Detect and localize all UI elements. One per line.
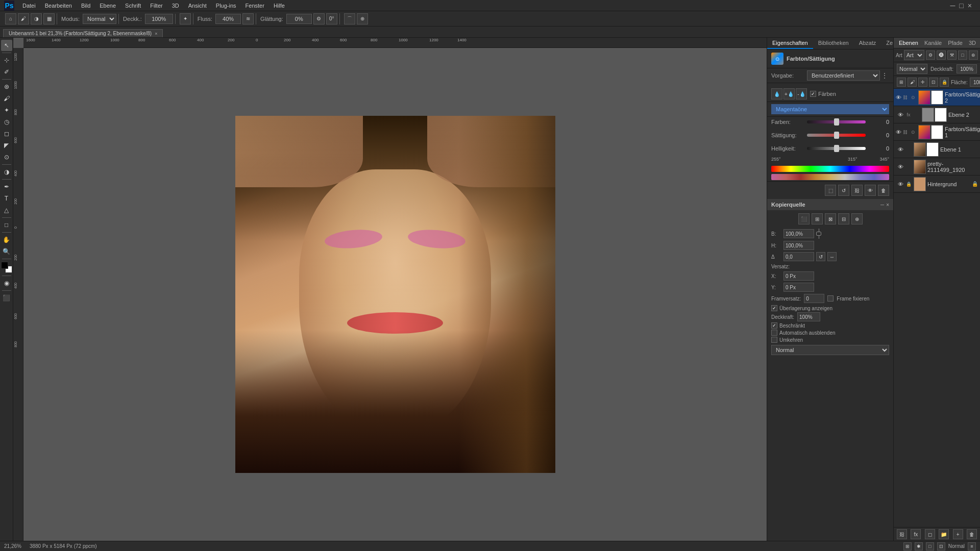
- lock-transp-btn[interactable]: ⊞: [897, 78, 906, 87]
- kopierquelle-close[interactable]: ×: [886, 202, 889, 208]
- auto-ausblend-checkbox[interactable]: [771, 330, 777, 336]
- menu-bearbeiten[interactable]: Bearbeiten: [41, 2, 76, 10]
- layer-fx-bottom-btn[interactable]: fx: [911, 529, 921, 539]
- color-channel-select[interactable]: Magentaöne: [771, 104, 889, 114]
- foreground-color[interactable]: [1, 262, 12, 273]
- status-icon4[interactable]: ⊡: [937, 542, 945, 550]
- menu-3d[interactable]: 3D: [168, 2, 183, 10]
- layer-filter-icon2[interactable]: 🅐: [937, 51, 946, 60]
- eyedropper-btn1[interactable]: 💧: [771, 88, 782, 99]
- tab-eigenschaften[interactable]: Eigenschaften: [767, 38, 813, 49]
- layer-filter-icon3[interactable]: ⚒: [947, 51, 957, 60]
- layer-mask-bottom-btn[interactable]: ◻: [925, 529, 935, 539]
- frame-fixieren-checkbox[interactable]: [827, 295, 834, 302]
- layer-filter-icon1[interactable]: ⚙: [926, 51, 935, 60]
- angle-reset-btn[interactable]: ↺: [816, 252, 825, 261]
- eyedropper-btn2[interactable]: +💧: [783, 88, 795, 99]
- layers-tab-ebenen[interactable]: Ebenen: [896, 38, 921, 48]
- kop-icon3[interactable]: ⊠: [825, 213, 836, 224]
- dodge-tool[interactable]: ◑: [1, 166, 12, 178]
- text-tool[interactable]: T: [1, 193, 12, 204]
- status-icon3[interactable]: □: [926, 542, 934, 550]
- framversatz-input[interactable]: [804, 294, 824, 303]
- fill-value-input[interactable]: [970, 78, 980, 87]
- smooth-settings[interactable]: ⚙: [313, 13, 325, 24]
- layers-tab-3d[interactable]: 3D: [966, 38, 979, 48]
- deckkraft-input[interactable]: [797, 312, 820, 321]
- layer-row-ebene1[interactable]: 👁 Ebene 1: [894, 141, 980, 158]
- layer-group-bottom-btn[interactable]: 📁: [939, 529, 949, 539]
- farben-slider[interactable]: [807, 120, 866, 123]
- brush-tool-left[interactable]: 🖌: [1, 93, 12, 104]
- lock-move-btn[interactable]: ✛: [918, 78, 927, 87]
- layer-vis-hintergrund[interactable]: 👁: [896, 180, 905, 189]
- layer-vis-ebene2[interactable]: 👁: [896, 110, 905, 119]
- minimize-button[interactable]: ─: [950, 2, 955, 10]
- menu-filter[interactable]: Filter: [146, 2, 166, 10]
- angle-flip-btn[interactable]: ↔: [827, 252, 837, 261]
- shape-tool[interactable]: □: [1, 219, 12, 231]
- lock-all-btn[interactable]: 🔒: [940, 78, 949, 87]
- opacity-input[interactable]: [145, 14, 173, 24]
- history-tool[interactable]: ◷: [1, 116, 12, 128]
- color-spectrum-top[interactable]: [771, 166, 889, 172]
- helligkeit-slider[interactable]: [807, 147, 866, 150]
- fill-tool[interactable]: ◤: [1, 140, 12, 151]
- close-button[interactable]: ×: [968, 2, 972, 10]
- link-box[interactable]: [816, 232, 821, 236]
- layer-filter-icon4[interactable]: □: [958, 51, 967, 60]
- invert-btn[interactable]: ↺: [838, 185, 849, 196]
- mask-btn[interactable]: ⬚: [825, 185, 836, 196]
- layer-row-hintergrund[interactable]: 👁 🔒 Hintergrund 🔒: [894, 176, 980, 193]
- kopierquelle-collapse[interactable]: ─: [880, 202, 884, 208]
- layer-link-bottom-btn[interactable]: ⛓: [897, 529, 907, 539]
- farben-checkbox[interactable]: [810, 91, 816, 97]
- layer-row-pretty[interactable]: 👁 pretty-2111499_1920: [894, 158, 980, 176]
- layer-row-farb2[interactable]: 👁 ⛓ ⊙ Farbton/Sättigung 2: [894, 89, 980, 106]
- menu-ansicht[interactable]: Ansicht: [184, 2, 211, 10]
- opacity-value-input[interactable]: [957, 64, 977, 73]
- tab-bibliotheken[interactable]: Bibliotheken: [813, 38, 854, 49]
- pen-tool[interactable]: ✒: [1, 181, 12, 192]
- quick-mask-tool[interactable]: ◉: [1, 278, 12, 289]
- layer-vis-farb1[interactable]: 👁: [896, 128, 901, 137]
- screen-mode-tool[interactable]: ⬛: [1, 292, 12, 304]
- smooth-input[interactable]: [286, 14, 312, 24]
- zoom-tool[interactable]: 🔍: [1, 246, 12, 257]
- hoehe-input[interactable]: [783, 241, 814, 250]
- kop-icon2[interactable]: ⊞: [812, 213, 823, 224]
- clone-tool[interactable]: ✦: [1, 105, 12, 116]
- extra-btn1[interactable]: ⊕: [357, 13, 368, 24]
- y-input[interactable]: [783, 283, 814, 292]
- eraser-tool[interactable]: ▦: [43, 13, 55, 24]
- menu-hilfe[interactable]: Hilfe: [270, 2, 289, 10]
- vorgabe-select[interactable]: Benutzerdefiniert: [807, 70, 880, 81]
- beschrankt-checkbox[interactable]: [771, 322, 777, 329]
- document-tab[interactable]: Unbenannt-1 bei 21,3% (Farbton/Sättigung…: [3, 29, 163, 37]
- hand-tool[interactable]: ✋: [1, 234, 12, 245]
- menu-plugins[interactable]: Plug-ins: [212, 2, 240, 10]
- eyedropper-tool[interactable]: ✐: [1, 66, 12, 78]
- layers-tab-pfade[interactable]: Pfade: [945, 38, 966, 48]
- view-btn[interactable]: 👁: [865, 185, 876, 196]
- layer-row-ebene2[interactable]: 👁 fx Ebene 2: [894, 106, 980, 123]
- blur-tool[interactable]: ⊙: [1, 152, 12, 163]
- umkehren-checkbox[interactable]: [771, 337, 777, 343]
- vorgabe-menu-btn[interactable]: ⋮: [880, 71, 889, 80]
- color-spectrum-bottom[interactable]: [771, 174, 889, 180]
- sattigung-slider[interactable]: [807, 134, 866, 137]
- flow-input[interactable]: [215, 14, 241, 24]
- layer-vis-farb2[interactable]: 👁: [896, 93, 901, 102]
- eyedropper-btn3[interactable]: -💧: [796, 88, 807, 99]
- breite-input[interactable]: [783, 229, 814, 238]
- uberlagerung-checkbox[interactable]: [771, 305, 777, 311]
- layers-tab-kanale[interactable]: Kanäle: [921, 38, 945, 48]
- home-button[interactable]: ⌂: [5, 13, 16, 24]
- opacity-tool[interactable]: ◑: [31, 13, 42, 24]
- angle-input[interactable]: [783, 252, 814, 261]
- x-input[interactable]: [783, 271, 814, 281]
- mode-select[interactable]: Normal: [83, 14, 116, 24]
- status-icon5[interactable]: ≡: [968, 542, 976, 550]
- selection-tool[interactable]: ↖: [1, 40, 12, 51]
- layer-delete-bottom-btn[interactable]: 🗑: [967, 529, 977, 539]
